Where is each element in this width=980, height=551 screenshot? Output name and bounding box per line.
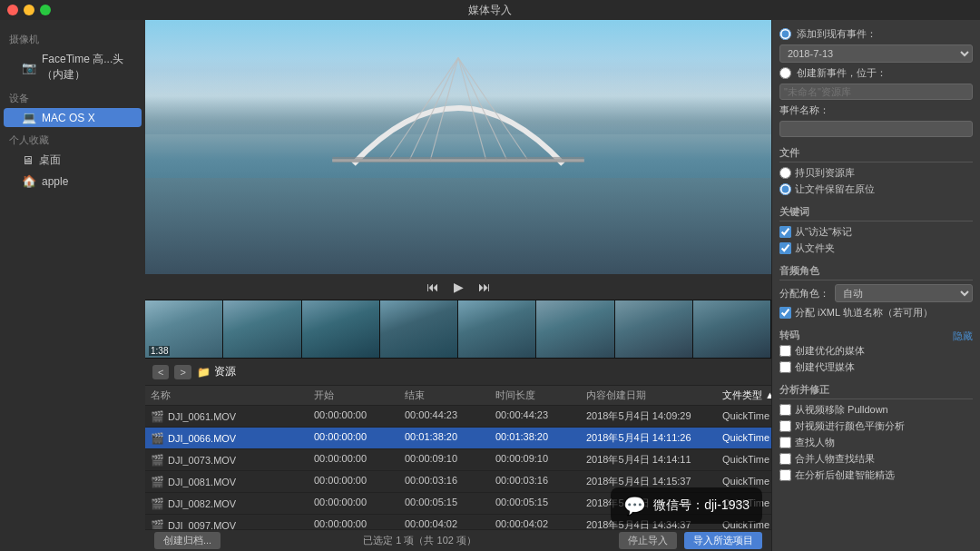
unnamed-library-input[interactable] (779, 84, 973, 100)
favorites-section-label: 个人收藏 (0, 128, 145, 149)
analyze-section: 分析并修正 从视频移除 Pulldown 对视频进行颜色平衡分析 查找人物 合并… (779, 383, 973, 482)
add-to-event-row: 添加到现有事件： (779, 27, 973, 41)
right-panel: 添加到现有事件： 2018-7-13 创建新事件，位于： 事件名称： 文件 持贝… (771, 20, 980, 551)
file-icon: 🎬 (151, 476, 164, 488)
filmstrip-thumb-8[interactable] (693, 300, 771, 358)
copy-to-library-row: 持贝到资源库 (779, 166, 973, 180)
col-start[interactable]: 开始 (309, 389, 399, 402)
table-row[interactable]: 🎬DJI_0066.MOV00:00:00:0000:01:38:2000:01… (145, 428, 771, 449)
file-end: 00:00:09:10 (399, 451, 490, 468)
camera-section-label: 摄像机 (0, 27, 145, 48)
event-date-select[interactable]: 2018-7-13 (779, 44, 973, 63)
roles-section: 音频角色 分配角色： 自动 分配 iXML 轨道名称（若可用） (779, 264, 973, 320)
table-row[interactable]: 🎬DJI_0073.MOV00:00:00:0000:00:09:1000:00… (145, 449, 771, 471)
status-text: 已选定 1 项（共 102 项） (363, 534, 476, 547)
file-duration: 00:00:04:02 (490, 517, 581, 529)
apple-label: apple (42, 175, 68, 188)
filmstrip-thumb-7[interactable] (615, 300, 693, 358)
file-icon: 🎬 (151, 454, 164, 467)
file-duration: 00:00:05:15 (490, 495, 581, 512)
proxy-checkbox[interactable] (779, 361, 791, 373)
col-date[interactable]: 内容创建日期 (581, 389, 717, 402)
wechat-icon: 💬 (623, 495, 646, 517)
find-people-row: 查找人物 (779, 436, 973, 449)
filmstrip-thumb-6[interactable] (536, 300, 614, 358)
event-name-label: 事件名称： (779, 103, 829, 117)
add-to-event-section: 添加到现有事件： 2018-7-13 创建新事件，位于： 事件名称： (779, 27, 973, 137)
filmstrip-thumb-2[interactable] (223, 300, 301, 358)
folders-label: 从文件夹 (795, 241, 835, 255)
ixml-checkbox[interactable] (779, 307, 791, 319)
window-title: 媒体导入 (468, 3, 512, 18)
play-button[interactable]: ▶ (454, 280, 464, 294)
file-end: 00:01:38:20 (399, 429, 490, 447)
filmstrip-thumb-1[interactable]: 1:38 (145, 300, 223, 358)
filmstrip-thumb-5[interactable] (458, 300, 536, 358)
water (145, 178, 771, 274)
create-event-radio[interactable] (779, 67, 791, 79)
analyze-section-title: 分析并修正 (779, 383, 973, 399)
maximize-button[interactable] (40, 5, 51, 15)
copy-radio[interactable] (779, 167, 791, 179)
file-date: 2018年5月4日 14:09:29 (581, 408, 717, 425)
sidebar-item-facetime[interactable]: 📷 FaceTime 高...头（内建） (4, 49, 142, 85)
video-preview (145, 20, 771, 274)
consolidate-checkbox[interactable] (779, 453, 791, 465)
sidebar-item-apple[interactable]: 🏠 apple (4, 172, 142, 191)
create-archive-button[interactable]: 创建归档... (154, 532, 220, 549)
optimized-checkbox[interactable] (779, 345, 791, 357)
next-button[interactable]: ⏭ (478, 280, 491, 294)
prev-button[interactable]: ⏮ (426, 280, 439, 294)
ixml-label: 分配 iXML 轨道名称（若可用） (795, 306, 933, 320)
file-list-header: 名称 开始 结束 时间长度 内容创建日期 文件类型 ▲ 大小 (145, 386, 771, 406)
file-name: DJI_0082.MOV (168, 498, 236, 509)
file-type: QuickTime 影片 (717, 429, 771, 447)
folders-checkbox[interactable] (779, 242, 791, 254)
col-end[interactable]: 结束 (399, 389, 490, 402)
close-button[interactable] (7, 5, 18, 15)
color-balance-label: 对视频进行颜色平衡分析 (795, 419, 905, 433)
minimize-button[interactable] (24, 5, 34, 15)
pulldown-checkbox[interactable] (779, 404, 791, 416)
file-date: 2018年5月4日 14:14:11 (581, 451, 717, 468)
create-event-row: 创建新事件，位于： (779, 66, 973, 80)
pulldown-row: 从视频移除 Pulldown (779, 403, 973, 417)
sidebar: 摄像机 📷 FaceTime 高...头（内建） 设备 💻 MAC OS X 个… (0, 20, 145, 551)
col-type[interactable]: 文件类型 ▲ (717, 389, 771, 402)
pulldown-label: 从视频移除 Pulldown (795, 403, 888, 417)
transcode-section-title: 转码 (779, 329, 799, 344)
consolidate-row: 合并人物查找结果 (779, 452, 973, 466)
color-balance-checkbox[interactable] (779, 420, 791, 432)
keep-radio[interactable] (779, 183, 791, 195)
file-start: 00:00:00:00 (309, 429, 399, 447)
nav-forward-button[interactable]: > (174, 365, 191, 379)
sidebar-item-macosx[interactable]: 💻 MAC OS X (4, 108, 142, 127)
smart-collection-checkbox[interactable] (779, 469, 791, 481)
optimized-label: 创建优化的媒体 (795, 344, 865, 358)
titlebar-buttons[interactable] (7, 5, 51, 15)
filmstrip-thumb-3[interactable] (302, 300, 380, 358)
computer-icon: 💻 (22, 111, 36, 124)
nav-back-button[interactable]: < (152, 365, 169, 379)
status-bar: 创建归档... 已选定 1 项（共 102 项） 停止导入 导入所选项目 (145, 529, 771, 551)
assign-roles-row: 分配角色： 自动 (779, 284, 973, 302)
table-row[interactable]: 🎬DJI_0061.MOV00:00:00:0000:00:44:2300:00… (145, 406, 771, 428)
stop-import-button[interactable]: 停止导入 (619, 532, 677, 549)
import-selected-button[interactable]: 导入所选项目 (684, 532, 762, 549)
macosx-label: MAC OS X (42, 112, 95, 124)
filmstrip-thumb-4[interactable] (380, 300, 458, 358)
findai-checkbox[interactable] (779, 226, 791, 238)
col-name[interactable]: 名称 (145, 389, 309, 402)
watermark-text: 微信号：dji-1933 (653, 497, 750, 514)
assign-roles-select[interactable]: 自动 (835, 284, 973, 302)
ixml-row: 分配 iXML 轨道名称（若可用） (779, 306, 973, 320)
event-name-input[interactable] (779, 121, 973, 137)
hide-link[interactable]: 隐藏 (953, 330, 973, 343)
sidebar-item-desktop[interactable]: 🖥 桌面 (4, 150, 142, 171)
file-icon: 🎬 (151, 497, 164, 510)
find-people-checkbox[interactable] (779, 437, 791, 448)
col-duration[interactable]: 时间长度 (490, 389, 581, 402)
add-to-event-radio[interactable] (779, 28, 791, 40)
file-icon: 🎬 (151, 432, 164, 445)
event-name-row: 事件名称： (779, 103, 973, 117)
